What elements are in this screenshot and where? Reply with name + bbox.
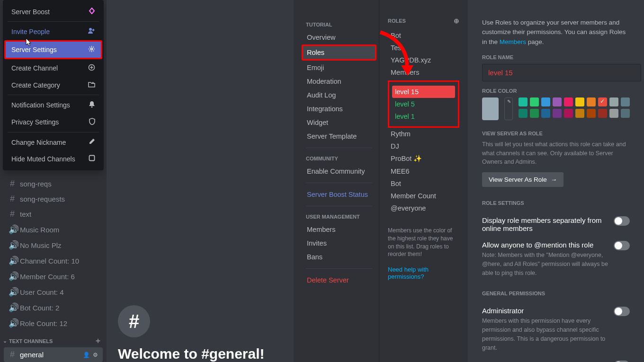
- svg-marker-0: [89, 8, 94, 14]
- color-swatch[interactable]: [530, 109, 539, 118]
- gear-icon[interactable]: ⚙: [93, 352, 98, 358]
- channel-item[interactable]: #text: [4, 207, 103, 221]
- category-label: TEXT CHANNELS: [9, 338, 53, 344]
- nav-members[interactable]: Members: [303, 223, 375, 236]
- role-name-input[interactable]: [482, 64, 641, 81]
- add-role-icon[interactable]: ⊕: [454, 17, 459, 25]
- nav-delete-server[interactable]: Delete Server: [303, 274, 375, 287]
- nav-widget[interactable]: Widget: [303, 116, 375, 129]
- add-channel-icon[interactable]: ＋: [94, 336, 102, 346]
- color-swatch[interactable]: [609, 97, 618, 106]
- invite-icon[interactable]: 👤: [83, 352, 90, 358]
- nav-enable-community[interactable]: Enable Community: [303, 165, 375, 178]
- role-item[interactable]: Test: [388, 42, 459, 54]
- members-link[interactable]: Members: [500, 38, 526, 45]
- color-swatch[interactable]: [598, 97, 607, 106]
- nav-server-template[interactable]: Server Template: [303, 130, 375, 143]
- channel-name: Member Count: 6: [20, 273, 75, 281]
- nav-server-boost-status[interactable]: Server Boost Status: [303, 188, 375, 201]
- role-item-level1[interactable]: level 1: [392, 110, 455, 123]
- role-item-level15[interactable]: level 15: [392, 86, 455, 98]
- color-swatch[interactable]: [621, 97, 630, 106]
- setting-allow-mention: Allow anyone to @mention this role Note:…: [482, 234, 630, 279]
- menu-change-nickname[interactable]: Change Nickname: [6, 134, 101, 150]
- nav-integrations[interactable]: Integrations: [303, 102, 375, 115]
- color-swatch[interactable]: [519, 97, 528, 106]
- category-header[interactable]: ⌄ TEXT CHANNELS ＋: [0, 331, 107, 347]
- color-swatch[interactable]: [564, 97, 573, 106]
- setting-title: Display role members separately from onl…: [482, 216, 614, 232]
- menu-invite-people[interactable]: Invite People: [6, 24, 101, 39]
- nav-roles[interactable]: Roles: [302, 44, 376, 61]
- custom-color-swatch[interactable]: [504, 97, 513, 120]
- channel-list: #song-reqs #song-requests #text 🔊Music R…: [0, 173, 107, 362]
- color-swatch[interactable]: [541, 109, 550, 118]
- nav-bans[interactable]: Bans: [303, 250, 375, 264]
- color-swatch[interactable]: [587, 109, 596, 118]
- color-swatch[interactable]: [519, 109, 528, 118]
- nav-invites[interactable]: Invites: [303, 237, 375, 250]
- role-item[interactable]: YAGPDB.xyz: [388, 54, 459, 66]
- menu-create-category[interactable]: Create Category: [6, 77, 101, 93]
- toggle-switch[interactable]: [614, 216, 630, 226]
- folder-plus-icon: [88, 81, 95, 89]
- menu-server-settings[interactable]: Server Settings: [4, 40, 102, 59]
- color-swatch[interactable]: [575, 97, 584, 106]
- role-item[interactable]: @everyone: [388, 202, 459, 214]
- color-swatch[interactable]: [553, 109, 562, 118]
- svg-rect-5: [89, 156, 95, 161]
- menu-create-channel[interactable]: Create Channel: [6, 60, 101, 76]
- arrow-right-icon: →: [551, 176, 557, 183]
- nav-audit-log[interactable]: Audit Log: [303, 88, 375, 102]
- menu-notification-settings[interactable]: Notification Settings: [6, 97, 101, 113]
- channel-item[interactable]: 🔊Role Count: 12: [4, 316, 103, 331]
- menu-privacy-settings[interactable]: Privacy Settings: [6, 114, 101, 130]
- channel-item[interactable]: 🔊Member Count: 6: [4, 269, 103, 284]
- channel-item[interactable]: 🔊Channel Count: 10: [4, 253, 103, 268]
- color-swatch[interactable]: [598, 109, 607, 118]
- menu-server-boost[interactable]: Server Boost: [6, 4, 101, 19]
- channel-item[interactable]: #song-reqs: [4, 177, 103, 191]
- channel-item[interactable]: 🔊Bot Count: 2: [4, 300, 103, 315]
- editor-intro: Use Roles to organize your server member…: [482, 18, 630, 47]
- menu-label: Privacy Settings: [11, 118, 59, 126]
- role-item[interactable]: Member Count: [388, 190, 459, 202]
- color-swatch[interactable]: [553, 97, 562, 106]
- color-swatch[interactable]: [587, 97, 596, 106]
- channel-item[interactable]: 🔊No Music Plz: [4, 238, 103, 253]
- channel-item[interactable]: 🔊User Count: 4: [4, 284, 103, 300]
- color-swatch[interactable]: [575, 109, 584, 118]
- view-server-as-role-button[interactable]: View Server As Role →: [482, 172, 564, 187]
- role-item[interactable]: DJ: [388, 140, 459, 152]
- speaker-icon: 🔊: [9, 224, 16, 235]
- welcome-title: Welcome to #general!: [118, 346, 282, 362]
- color-swatch[interactable]: [609, 109, 618, 118]
- role-item[interactable]: ProBot ✨: [388, 152, 459, 165]
- role-item[interactable]: Rythm: [388, 128, 459, 140]
- toggle-switch[interactable]: [614, 307, 630, 316]
- role-item[interactable]: Members: [388, 66, 459, 79]
- role-item-level5[interactable]: level 5: [392, 98, 455, 110]
- channel-item[interactable]: 🔊Music Room: [4, 222, 103, 237]
- color-swatch[interactable]: [541, 97, 550, 106]
- nav-emoji[interactable]: Emoji: [303, 61, 375, 74]
- role-item[interactable]: MEE6: [388, 165, 459, 177]
- color-swatch[interactable]: [530, 97, 539, 106]
- nav-moderation[interactable]: Moderation: [303, 75, 375, 88]
- role-color-label: ROLE COLOR: [482, 88, 630, 94]
- invite-icon: [88, 27, 95, 35]
- channel-item[interactable]: #song-requests: [4, 192, 103, 206]
- toggle-switch[interactable]: [614, 241, 630, 250]
- bell-icon: [89, 101, 95, 109]
- square-icon: [89, 155, 95, 163]
- roles-help-link[interactable]: Need help with permissions?: [388, 266, 459, 280]
- default-color-swatch[interactable]: [482, 97, 499, 120]
- role-item[interactable]: Bot: [388, 177, 459, 190]
- color-swatch[interactable]: [564, 109, 573, 118]
- color-swatch[interactable]: [621, 109, 630, 118]
- channel-name: Role Count: 12: [20, 319, 67, 327]
- menu-hide-muted[interactable]: Hide Muted Channels: [6, 151, 101, 167]
- channel-item[interactable]: # general 👤 ⚙: [4, 347, 103, 362]
- role-item[interactable]: Bot: [388, 29, 459, 42]
- nav-overview[interactable]: Overview: [303, 31, 375, 44]
